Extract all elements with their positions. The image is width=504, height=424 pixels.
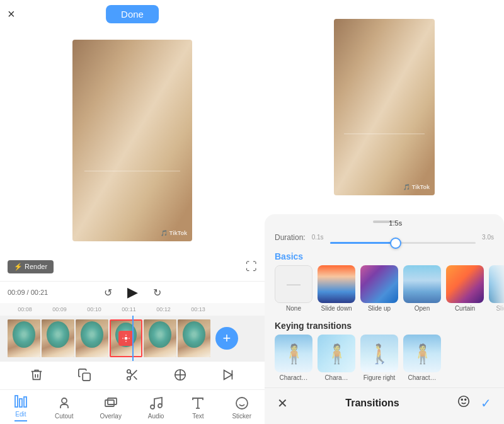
- transition-open[interactable]: Open: [403, 265, 441, 312]
- nav-edit[interactable]: Edit: [8, 394, 33, 421]
- tick-1: 00:08: [8, 306, 42, 312]
- duration-label: Duration:: [275, 233, 306, 242]
- transition-figure-right[interactable]: 🚶 Figure right: [360, 335, 398, 381]
- panel-bottom-bar: ✕ Transitions ✓: [265, 387, 504, 418]
- svg-point-22: [236, 398, 248, 409]
- cat-video-right: 🎵 TikTok: [334, 19, 435, 195]
- transitions-confirm-button[interactable]: ✓: [481, 396, 491, 411]
- tick-5: 00:12: [146, 306, 181, 312]
- svg-rect-14: [24, 397, 26, 407]
- nav-text[interactable]: Text: [185, 396, 210, 420]
- transition-character-3[interactable]: 🧍 Charact…: [403, 335, 441, 381]
- svg-point-2: [127, 370, 131, 374]
- slider-max-label: 3.0s: [482, 234, 494, 241]
- svg-rect-12: [15, 396, 18, 407]
- filmstrip-thumb-6[interactable]: [178, 319, 210, 357]
- playback-controls: ↺ ▶ ↻: [104, 284, 161, 301]
- fullscreen-button[interactable]: ⛶: [246, 260, 257, 273]
- svg-rect-1: [83, 373, 90, 381]
- svg-marker-10: [224, 370, 232, 380]
- duration-row: Duration: 0.1s 1.5s 3.0s: [265, 228, 504, 249]
- time-ruler: 00:08 00:09 00:10 00:11 00:12 00:13: [0, 303, 265, 316]
- play-button[interactable]: ▶: [127, 284, 138, 301]
- tiktok-watermark: 🎵 TikTok: [161, 230, 187, 236]
- add-clip-button[interactable]: +: [215, 327, 238, 350]
- selected-clip-icon: [118, 331, 134, 346]
- tick-6: 00:13: [181, 306, 215, 312]
- transition-thumb-slide-down: [318, 265, 355, 303]
- close-button[interactable]: ×: [8, 8, 15, 20]
- transitions-cancel-button[interactable]: ✕: [277, 396, 288, 411]
- transition-slide-l[interactable]: Slide l…: [489, 265, 504, 312]
- right-panel: 🎵 TikTok Duration: 0.1s 1.5s 3.0s Basics: [265, 0, 504, 424]
- svg-point-26: [461, 399, 462, 400]
- redo-button[interactable]: ↻: [153, 287, 161, 299]
- time-ruler-inner: 00:08 00:09 00:10 00:11 00:12 00:13: [8, 306, 215, 312]
- keying-section-title: Keying transitions: [265, 318, 504, 335]
- filmstrip-thumb-5[interactable]: [144, 319, 176, 357]
- transition-slide-up[interactable]: Slide up: [360, 265, 398, 312]
- video-preview-area: × Done 🎵 TikTok ⚡ Render ⛶: [0, 0, 265, 281]
- delete-tool[interactable]: [30, 368, 43, 383]
- transition-character-3-label: Charact…: [408, 374, 436, 381]
- basics-section-title: Basics: [265, 249, 504, 265]
- transition-thumb-none: —: [275, 265, 312, 303]
- transition-curtain-label: Curtain: [455, 305, 475, 312]
- transition-thumb-character-2: 🧍: [318, 335, 355, 372]
- nav-cutout[interactable]: Cutout: [50, 396, 78, 420]
- copy-tool[interactable]: [77, 368, 91, 383]
- edit-toolbar: [0, 361, 265, 389]
- transitions-settings-button[interactable]: [457, 394, 471, 411]
- duration-current-label: 1.5s: [389, 219, 402, 227]
- svg-point-18: [151, 405, 154, 409]
- active-nav-indicator: [14, 420, 27, 421]
- svg-line-5: [134, 376, 137, 379]
- transition-thumb-figure-right: 🚶: [360, 335, 398, 372]
- transition-slide-l-label: Slide l…: [496, 305, 504, 312]
- filmstrip-thumb-2[interactable]: [42, 319, 74, 357]
- filmstrip-thumb-1[interactable]: [8, 319, 40, 357]
- render-button[interactable]: ⚡ Render: [8, 260, 54, 273]
- slider-thumb[interactable]: [390, 238, 401, 249]
- timeline-controls: 00:09 / 00:21 ↺ ▶ ↻: [0, 282, 265, 303]
- svg-line-6: [130, 372, 132, 375]
- duration-slider[interactable]: 1.5s: [330, 231, 476, 244]
- cat-image-right: [334, 19, 435, 195]
- left-panel: × Done 🎵 TikTok ⚡ Render ⛶ 00:09 / 00:21…: [0, 0, 265, 424]
- transition-curtain[interactable]: Curtain: [446, 265, 484, 312]
- transition-slide-down[interactable]: Slide down: [318, 265, 355, 312]
- svg-point-0: [125, 337, 128, 340]
- nav-sticker[interactable]: Sticker: [227, 396, 256, 420]
- time-display: 00:09 / 00:21: [8, 289, 48, 296]
- transition-figure-right-label: Figure right: [364, 374, 396, 381]
- mask-tool[interactable]: [173, 368, 187, 383]
- cut-tool[interactable]: [125, 368, 139, 383]
- slider-min-label: 0.1s: [312, 234, 324, 241]
- nav-overlay[interactable]: Overlay: [94, 396, 126, 420]
- transition-slide-up-label: Slide up: [368, 305, 391, 312]
- done-button[interactable]: Done: [106, 5, 159, 23]
- svg-point-15: [62, 398, 67, 403]
- transitions-title: Transitions: [345, 398, 399, 409]
- transition-none[interactable]: — None: [275, 265, 312, 312]
- filmstrip-area[interactable]: +: [0, 316, 265, 361]
- basics-transitions-area[interactable]: — None Slide down Slide up: [265, 265, 504, 318]
- speed-tool[interactable]: [221, 368, 235, 383]
- svg-point-19: [158, 404, 162, 408]
- filmstrip-thumb-4-selected[interactable]: [110, 319, 142, 357]
- transition-character-1[interactable]: 🧍 Charact…: [275, 335, 312, 381]
- transition-thumb-slide-up: [360, 265, 398, 303]
- nav-audio[interactable]: Audio: [143, 396, 169, 420]
- slider-fill: [330, 242, 396, 244]
- svg-rect-16: [105, 400, 114, 406]
- svg-point-25: [459, 396, 469, 407]
- transition-character-2[interactable]: 🧍 Chara…: [318, 335, 355, 381]
- basics-transitions-grid: — None Slide down Slide up: [265, 265, 504, 318]
- transition-none-label: None: [286, 305, 301, 312]
- transition-character-2-label: Chara…: [324, 374, 348, 381]
- filmstrip-thumb-3[interactable]: [76, 319, 108, 357]
- transition-thumb-curtain: [446, 265, 484, 303]
- undo-button[interactable]: ↺: [104, 287, 112, 299]
- filmstrip: [8, 319, 210, 357]
- svg-point-27: [465, 399, 466, 400]
